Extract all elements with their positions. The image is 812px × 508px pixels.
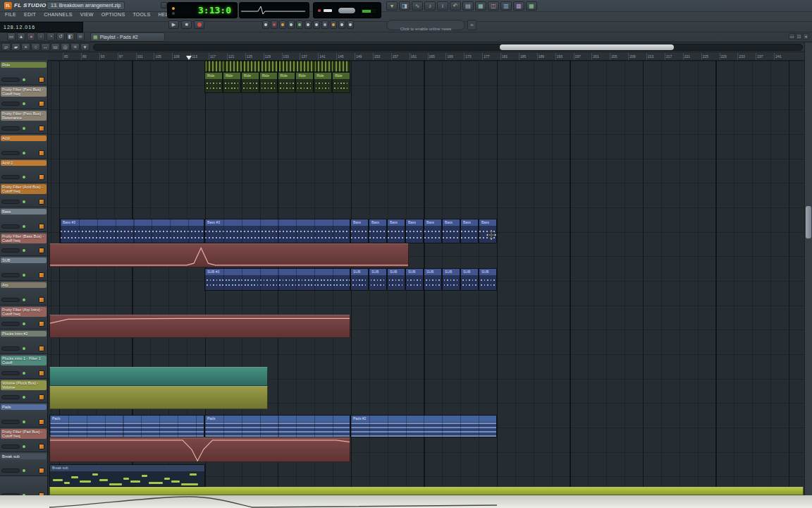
track-plugin-icon[interactable] <box>39 224 44 229</box>
clipboard-icon[interactable]: ▤ <box>462 1 474 11</box>
clip-bottom-strip[interactable] <box>49 487 804 495</box>
track-header-15[interactable]: Pads <box>0 403 47 428</box>
loop-record-icon[interactable]: ↺ <box>56 32 65 41</box>
clip-pads[interactable]: Pads <box>49 415 204 437</box>
project-info-icon[interactable]: i <box>437 1 448 11</box>
recording-mode-icon[interactable]: ● <box>27 32 35 41</box>
multilink-icon[interactable]: ∞ <box>76 32 85 41</box>
track-name-label[interactable]: Fruity Filter (Perc Bus) - Cutoff freq <box>1 87 47 97</box>
playlist-grid[interactable]: RideRideRideRideRideRideRideRideBass #3B… <box>48 61 804 495</box>
track-mini-display[interactable] <box>1 445 20 449</box>
clip-sub-3[interactable]: SUB #3 <box>204 268 350 291</box>
track-header-9[interactable]: SUB <box>0 256 47 281</box>
news-arrow-button[interactable]: » <box>467 20 476 30</box>
menu-edit[interactable]: EDIT <box>24 12 36 17</box>
toolbar-toggle[interactable] <box>347 20 354 29</box>
delete-tool-icon[interactable]: × <box>21 43 30 51</box>
track-name-label[interactable]: Acid <box>1 135 47 141</box>
clip-bass-3[interactable]: Bass #3 <box>60 219 204 243</box>
track-enable-led[interactable] <box>23 396 25 399</box>
menu-file[interactable]: FILE <box>5 12 16 17</box>
clip-pad-cutoff-automation[interactable] <box>49 437 350 462</box>
menu-options[interactable]: OPTIONS <box>102 12 125 17</box>
timeline-ruler[interactable]: 8589939710110510911311712112512913313714… <box>48 52 804 61</box>
track-enable-led[interactable] <box>23 152 25 155</box>
track-mini-display[interactable] <box>1 175 20 179</box>
track-name-label[interactable]: Acid 2 <box>1 160 47 166</box>
vertical-scrollbar[interactable] <box>804 42 812 495</box>
clip-sub-segment[interactable]: SUB <box>479 268 497 291</box>
track-enable-led[interactable] <box>23 469 25 472</box>
track-name-label[interactable]: Break sub <box>1 454 47 459</box>
toolbar-toggle[interactable] <box>313 20 320 29</box>
track-enable-led[interactable] <box>23 225 25 228</box>
toolbar-toggle[interactable] <box>296 20 303 29</box>
track-name-label[interactable]: Pads <box>1 404 47 410</box>
clip-ride-segment[interactable]: Ride <box>241 72 259 93</box>
track-enable-led[interactable] <box>23 176 25 179</box>
track-name-label[interactable]: Fruity Filter (Perc Bus) - Resonance <box>1 111 47 121</box>
toolbar-toggle[interactable] <box>279 20 286 29</box>
track-plugin-icon[interactable] <box>39 272 44 278</box>
track-name-label[interactable]: Arp <box>1 282 47 288</box>
document-title[interactable]: 13. Breakdown arrangement.zip <box>47 1 125 10</box>
track-enable-led[interactable] <box>23 421 25 423</box>
track-mini-display[interactable] <box>1 298 20 302</box>
track-mini-display[interactable] <box>1 371 20 375</box>
piano-roll-window-icon[interactable]: ▩ <box>513 1 524 11</box>
horizontal-scrollbar[interactable] <box>93 44 803 51</box>
record-button[interactable] <box>194 20 204 29</box>
clip-ride-audio[interactable] <box>204 61 350 72</box>
track-header-18[interactable] <box>0 476 47 495</box>
track-header-8[interactable]: Fruity Filter (Bass Bus) - Cutoff freq <box>0 232 47 257</box>
track-mini-display[interactable] <box>1 346 20 351</box>
track-plugin-icon[interactable] <box>39 150 44 156</box>
clip-ride-segment[interactable]: Ride <box>332 72 350 93</box>
track-name-label[interactable]: Fruity Filter (Pad Bus) - Cutoff freq <box>1 429 47 439</box>
track-name-label[interactable]: Bass <box>1 209 47 214</box>
clip-ride-segment[interactable]: Ride <box>278 72 296 93</box>
track-header-17[interactable]: Break sub <box>0 452 47 477</box>
wait-input-icon[interactable]: ◦ <box>37 32 45 41</box>
stop-button[interactable]: ■ <box>181 20 192 29</box>
track-name-label[interactable] <box>1 478 47 479</box>
select-tool-icon[interactable]: ▭ <box>51 43 60 51</box>
track-mini-display[interactable] <box>1 248 20 253</box>
oscilloscope-panel[interactable] <box>239 2 309 18</box>
menu-view[interactable]: VIEW <box>80 12 94 17</box>
toolbar-toggle[interactable] <box>288 20 295 29</box>
clip-bass-segment[interactable]: Bass <box>387 219 405 243</box>
track-plugin-icon[interactable] <box>39 199 44 205</box>
clip-bass-cutoff-automation[interactable] <box>49 243 409 267</box>
bottom-automation-strip[interactable] <box>0 495 812 508</box>
horizontal-scrollbar-handle[interactable] <box>500 44 674 50</box>
clip-sub-segment[interactable]: SUB <box>350 268 369 291</box>
track-mini-display[interactable] <box>1 420 20 424</box>
clip-bass-segment[interactable]: Bass <box>460 219 479 243</box>
toolbar-toggle[interactable] <box>304 20 312 29</box>
track-mini-display[interactable] <box>1 273 20 277</box>
countdown-icon[interactable]: ◔ <box>47 32 55 41</box>
toolbar-toggle[interactable] <box>330 20 337 29</box>
close-button[interactable]: × <box>803 33 809 40</box>
track-plugin-icon[interactable] <box>39 346 44 351</box>
snap-menu-icon[interactable]: ≡ <box>70 43 80 51</box>
song-mode-led[interactable] <box>172 12 175 15</box>
toolbar-toggle[interactable] <box>271 20 278 29</box>
menu-channels[interactable]: CHANNELS <box>44 12 73 17</box>
clip-sub-segment[interactable]: SUB <box>369 268 387 291</box>
clip-bass-segment[interactable]: Bass <box>442 219 460 243</box>
track-enable-led[interactable] <box>23 200 25 203</box>
track-mini-display[interactable] <box>1 322 20 326</box>
file-open-icon[interactable]: ▾ <box>386 1 398 11</box>
track-enable-led[interactable] <box>23 127 25 130</box>
toolbar-toggle[interactable] <box>262 20 269 29</box>
clip-pluck-volume-automation[interactable] <box>49 386 268 409</box>
clip-pads-2[interactable]: Pads #2 <box>350 415 497 437</box>
pattern-mode-led[interactable] <box>172 7 175 10</box>
track-plugin-icon[interactable] <box>39 394 44 400</box>
clip-pads[interactable]: Pads <box>204 415 350 437</box>
track-plugin-icon[interactable] <box>39 468 44 473</box>
track-enable-led[interactable] <box>23 322 25 325</box>
track-plugin-icon[interactable] <box>39 370 44 376</box>
